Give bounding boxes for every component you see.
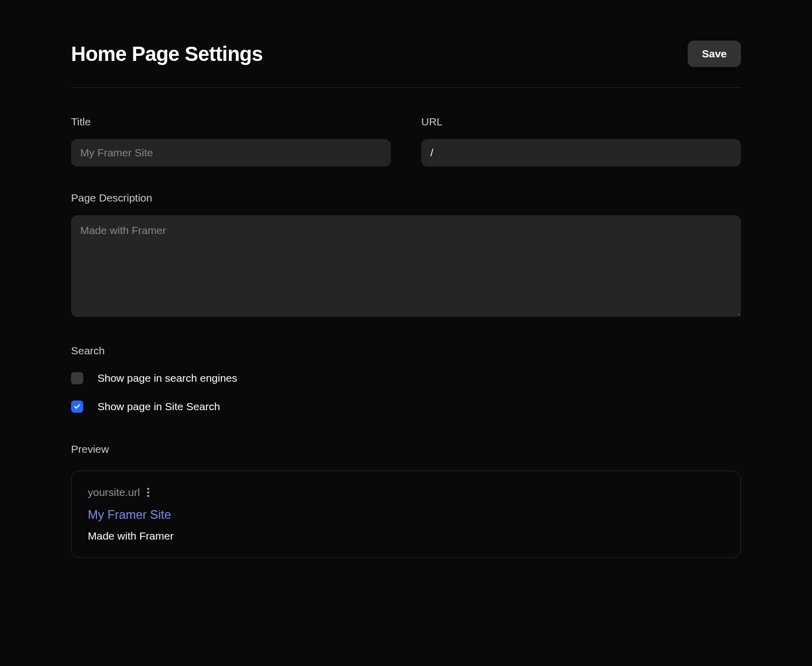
site-search-checkbox[interactable] — [71, 401, 83, 413]
title-label: Title — [71, 116, 391, 128]
preview-url: yoursite.url — [88, 486, 140, 498]
page-header: Home Page Settings Save — [71, 41, 741, 67]
page-title: Home Page Settings — [71, 43, 263, 65]
url-field-group: URL — [421, 116, 741, 166]
search-engines-row: Show page in search engines — [71, 372, 741, 384]
search-section: Search Show page in search engines Show … — [71, 345, 741, 413]
checkmark-icon — [74, 403, 81, 410]
description-field-group: Page Description — [71, 192, 741, 317]
search-section-label: Search — [71, 345, 741, 357]
preview-description: Made with Framer — [88, 530, 724, 542]
description-label: Page Description — [71, 192, 741, 204]
url-label: URL — [421, 116, 741, 128]
title-input[interactable] — [71, 139, 391, 166]
site-search-label[interactable]: Show page in Site Search — [97, 401, 220, 413]
preview-url-row: yoursite.url — [88, 486, 724, 498]
save-button[interactable]: Save — [688, 41, 741, 67]
preview-section: Preview yoursite.url My Framer Site Made… — [71, 443, 741, 558]
more-options-icon[interactable] — [147, 488, 149, 497]
search-engines-label[interactable]: Show page in search engines — [97, 372, 238, 384]
title-field-group: Title — [71, 116, 391, 166]
preview-title: My Framer Site — [88, 508, 724, 522]
url-input[interactable] — [421, 139, 741, 166]
description-input[interactable] — [71, 215, 741, 317]
page-settings-container: Home Page Settings Save Title URL Page D… — [71, 41, 741, 558]
preview-card: yoursite.url My Framer Site Made with Fr… — [71, 471, 741, 558]
site-search-row: Show page in Site Search — [71, 401, 741, 413]
preview-section-label: Preview — [71, 443, 741, 455]
header-divider — [71, 87, 741, 88]
form-row-title-url: Title URL — [71, 116, 741, 166]
search-engines-checkbox[interactable] — [71, 372, 83, 384]
